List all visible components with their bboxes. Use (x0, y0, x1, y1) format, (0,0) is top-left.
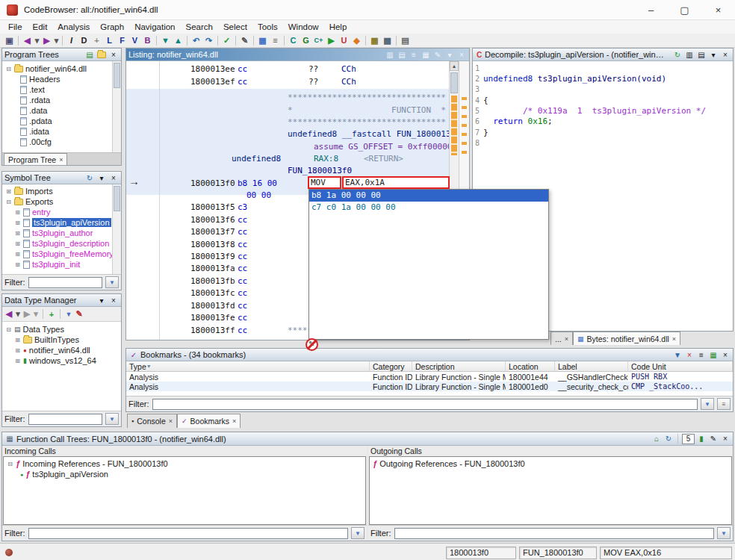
bytes-field[interactable]: cc (238, 239, 247, 251)
scrollbar-thumb[interactable] (450, 72, 458, 93)
mnemonic-field[interactable]: ?? (308, 76, 318, 88)
tree-row-root[interactable]: ⊟ ▤ Data Types (2, 324, 121, 335)
window-manager-icon[interactable]: ▤ (399, 34, 412, 46)
expand-toggle-icon[interactable]: ⊞ (14, 261, 21, 268)
bytes-field[interactable]: cc (238, 287, 247, 299)
function-label[interactable]: FUN_1800013f0 (288, 165, 352, 177)
close-icon[interactable]: × (108, 49, 119, 60)
bytes-field[interactable]: cc (238, 226, 247, 238)
table-options-icon[interactable]: ▦ (708, 349, 719, 360)
home-icon[interactable]: ⌂ (651, 434, 662, 444)
symbol-row-selected[interactable]: ⊞ ts3plugin_apiVersion (2, 217, 121, 228)
byte-option[interactable]: c7 c0 1a 00 00 00 (309, 202, 548, 214)
address-field[interactable]: 1800013fe (190, 312, 235, 324)
bytes-field[interactable]: cc (238, 63, 247, 75)
program-trees-header[interactable]: Program Trees ▤ × (2, 49, 121, 61)
data-icon[interactable]: D (78, 34, 90, 46)
memory-map-icon[interactable]: ▦ (256, 34, 269, 46)
column-header-description[interactable]: Description (412, 361, 506, 371)
export-icon[interactable]: ▤ (696, 49, 707, 60)
tree-row[interactable]: .00cfg (2, 137, 121, 147)
brace-token[interactable]: { (483, 96, 489, 106)
close-icon[interactable]: × (169, 417, 173, 425)
menu-down-icon[interactable]: ▾ (96, 295, 107, 305)
dtm-edit-icon[interactable]: ✎ (75, 308, 84, 320)
dtm-forward-menu-icon[interactable]: ▾ (33, 308, 39, 320)
expand-toggle-icon[interactable]: ⊞ (14, 358, 21, 364)
expand-toggle-icon[interactable]: ⊞ (14, 337, 21, 343)
address-field[interactable]: 1800013fb (190, 276, 235, 287)
table-row[interactable]: Analysis Function ID... Library Function… (126, 372, 733, 382)
clone-icon[interactable]: ▥ (385, 49, 395, 60)
bytes-field[interactable]: cc (238, 214, 247, 226)
close-icon[interactable]: × (59, 156, 63, 164)
brace-token[interactable]: } (483, 128, 489, 138)
archive-icon[interactable]: ▮ (696, 434, 707, 444)
menu-file[interactable]: File (3, 22, 28, 31)
return-type[interactable]: undefined8 (232, 153, 281, 165)
address-field[interactable]: 1800013fa (190, 263, 235, 275)
outgoing-filter-input[interactable] (394, 528, 715, 539)
close-icon[interactable]: × (108, 295, 119, 305)
expand-toggle-icon[interactable]: ⊟ (5, 326, 12, 333)
menu-help[interactable]: Help (324, 22, 353, 31)
column-filter-icon[interactable]: ≡ (717, 398, 731, 410)
expand-toggle-icon[interactable]: ⊟ (5, 66, 12, 72)
close-icon[interactable]: × (720, 434, 731, 444)
return-register[interactable]: RAX:8 (314, 153, 338, 165)
params-token[interactable]: (void) (636, 74, 666, 84)
scrollbar[interactable] (112, 61, 121, 152)
address-field[interactable]: 1800013ee (190, 63, 235, 75)
tree-row-root[interactable]: ⊟ ƒ Incoming References - FUN_1800013f0 (4, 458, 365, 469)
function-signature[interactable]: undefined8 __fastcall FUN_1800013f0(voi (288, 128, 449, 140)
undo-icon[interactable]: ↶ (190, 34, 202, 46)
minimize-icon[interactable]: – (634, 0, 668, 19)
bytes-field[interactable]: cc (238, 76, 247, 88)
menu-tools[interactable]: Tools (252, 22, 283, 31)
address-field[interactable]: 1800013ef (190, 76, 235, 88)
tab-console[interactable]: ▪ Console × (127, 414, 177, 428)
refresh-icon[interactable]: ↻ (663, 434, 674, 444)
validate-icon[interactable]: ✓ (220, 34, 233, 46)
tree-row[interactable]: Headers (2, 74, 121, 84)
menu-down-icon[interactable]: ▾ (708, 49, 719, 60)
menu-edit[interactable]: Edit (28, 22, 53, 31)
filter-options-icon[interactable]: ▼ (351, 527, 365, 539)
new-tree-icon[interactable]: ▤ (84, 49, 95, 60)
patch-instruction-icon[interactable]: ✎ (238, 34, 251, 46)
select-columns-icon[interactable]: ≡ (696, 349, 707, 360)
address-field[interactable]: 1800013ff (190, 325, 235, 337)
close-icon[interactable]: × (232, 417, 236, 425)
register-manager-icon[interactable]: ≡ (269, 34, 282, 46)
edit-mode-icon[interactable]: ✎ (432, 49, 443, 60)
dtm-header[interactable]: Data Type Manager ▾ × (2, 294, 121, 307)
close-icon[interactable]: × (565, 335, 568, 343)
address-field[interactable]: 1800013f8 (190, 239, 235, 251)
recursion-depth-field[interactable]: 5 (682, 434, 695, 444)
symbol-filter-input[interactable] (28, 277, 103, 288)
close-icon[interactable]: × (456, 49, 467, 60)
function-graph-icon[interactable]: G (300, 34, 312, 46)
tree-row[interactable]: ⊞ ▮ windows_vs12_64 (2, 355, 121, 366)
expand-toggle-icon[interactable]: ⊞ (14, 230, 21, 237)
return-type-token[interactable]: undefined8 (483, 74, 538, 84)
menu-search[interactable]: Search (181, 22, 218, 31)
bytes-field[interactable]: cc (238, 312, 247, 324)
mnemonic-field[interactable]: ?? (308, 63, 318, 75)
forward-icon[interactable]: ▶ (40, 34, 53, 46)
bookmarks-filter-input[interactable] (152, 399, 698, 410)
operand-field[interactable]: CCh (341, 63, 356, 75)
close-icon[interactable]: × (720, 49, 731, 60)
filter-column-icon[interactable]: ▼ (146, 364, 152, 369)
dtm-back-icon[interactable]: ◀ (4, 308, 13, 320)
plate-comment[interactable]: ******************************** (288, 116, 446, 128)
symbol-row[interactable]: ⊞ ts3plugin_init (2, 259, 121, 270)
bytes-field[interactable]: 00 00 (246, 190, 271, 202)
bookmark-icon[interactable]: B (141, 34, 154, 46)
menu-analysis[interactable]: Analysis (52, 22, 95, 31)
return-keyword-token[interactable]: return (493, 116, 527, 126)
menu-down-icon[interactable]: ▾ (96, 172, 107, 183)
refresh-icon[interactable]: ↻ (84, 172, 95, 183)
tree-row-exports[interactable]: ⊟ Exports (2, 196, 121, 207)
fields-icon[interactable]: ≡ (409, 49, 419, 60)
